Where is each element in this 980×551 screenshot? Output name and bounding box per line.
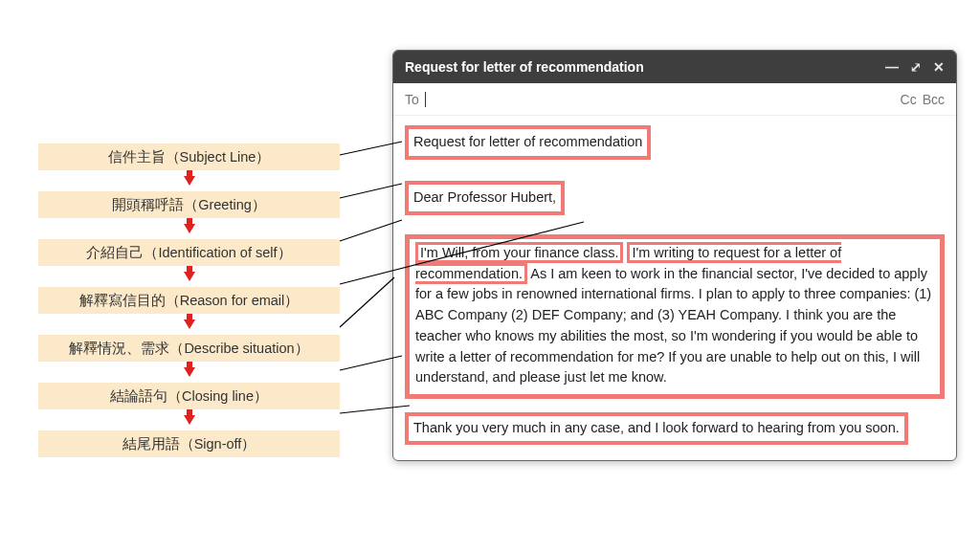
cc-button[interactable]: Cc	[901, 92, 917, 107]
minimize-icon[interactable]: —	[885, 60, 899, 74]
bcc-button[interactable]: Bcc	[923, 92, 945, 107]
arrow-icon	[184, 224, 195, 233]
label-describe: 解釋情況、需求（Describe situation）	[38, 335, 340, 362]
to-input[interactable]	[425, 91, 901, 107]
expand-icon[interactable]: ⤢	[910, 60, 922, 74]
email-body[interactable]: Request for letter of recommendation Dea…	[393, 116, 956, 461]
arrow-icon	[184, 415, 195, 425]
email-compose-window: Request for letter of recommendation — ⤢…	[392, 50, 957, 461]
window-controls: — ⤢ ✕	[885, 60, 945, 74]
arrow-icon	[184, 320, 195, 329]
subject-highlight: Request for letter of recommendation	[405, 125, 651, 160]
greeting-highlight: Dear Professor Hubert,	[405, 181, 565, 215]
labels-column: 信件主旨（Subject Line） 開頭稱呼語（Greeting） 介紹自己（…	[38, 143, 340, 463]
to-row: To Cc Bcc	[393, 83, 956, 116]
paragraph-highlight: I'm Will, from your finance class. I'm w…	[405, 234, 945, 399]
identify-highlight: I'm Will, from your finance class.	[415, 242, 623, 263]
label-greeting: 開頭稱呼語（Greeting）	[38, 191, 340, 218]
window-titlebar: Request for letter of recommendation — ⤢…	[393, 51, 956, 83]
label-identify: 介紹自己（Identification of self）	[38, 239, 340, 266]
window-title: Request for letter of recommendation	[405, 59, 644, 75]
arrow-icon	[184, 272, 195, 281]
to-label: To	[405, 92, 419, 107]
label-signoff: 結尾用語（Sign-off）	[38, 430, 340, 457]
arrow-icon	[184, 367, 195, 377]
arrow-icon	[184, 176, 195, 186]
label-reason: 解釋寫信目的（Reason for email）	[38, 287, 340, 314]
label-subject: 信件主旨（Subject Line）	[38, 143, 340, 170]
closing-highlight: Thank you very much in any case, and I l…	[405, 412, 908, 445]
label-closing: 結論語句（Closing line）	[38, 383, 340, 409]
close-icon[interactable]: ✕	[933, 60, 945, 74]
svg-line-4	[340, 277, 394, 327]
